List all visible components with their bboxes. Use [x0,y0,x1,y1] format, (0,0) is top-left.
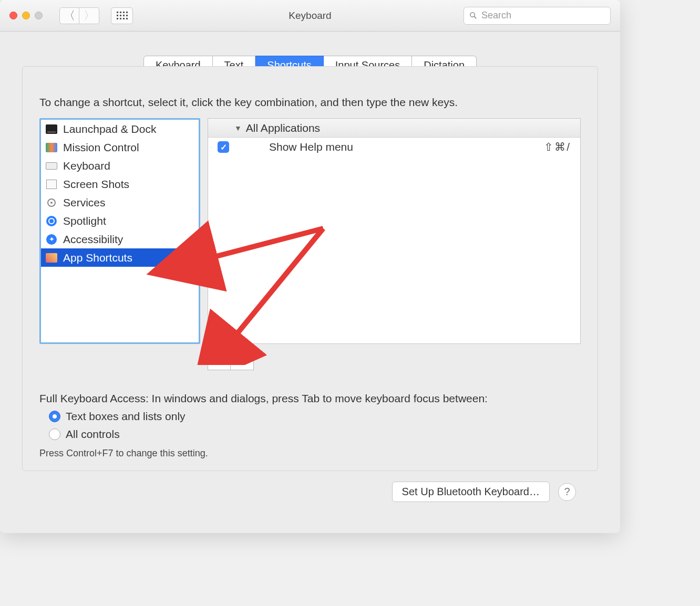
grid-icon [117,12,128,19]
back-button[interactable]: 〈 [59,7,79,24]
shortcuts-panel: To change a shortcut, select it, click t… [22,66,598,471]
category-keyboard[interactable]: Keyboard [41,156,199,175]
group-title: All Applications [246,122,320,134]
category-launchpad[interactable]: Launchpad & Dock [41,120,199,138]
category-label: Screen Shots [63,178,129,191]
instruction-text: To change a shortcut, select it, click t… [39,96,581,109]
category-list[interactable]: Launchpad & Dock Mission Control Keyboar… [39,118,200,344]
spotlight-icon [45,215,58,227]
content: Keyboard Text Shortcuts Input Sources Di… [0,32,620,518]
shortcut-detail: ▼ All Applications ✓ Show Help menu ⇧⌘/ [208,118,581,344]
shortcut-label: Show Help menu [238,141,536,153]
category-label: Mission Control [63,141,139,154]
gear-icon [45,196,58,209]
app-icon [45,252,58,264]
keyboard-icon [45,160,58,172]
full-keyboard-access-heading: Full Keyboard Access: In windows and dia… [39,392,581,405]
shortcut-checkbox[interactable]: ✓ [218,141,229,153]
category-label: Services [63,196,106,209]
footer: Set Up Bluetooth Keyboard… ? [22,471,598,502]
shortcut-keys[interactable]: ⇧⌘/ [544,141,571,153]
zoom-icon[interactable] [35,12,43,19]
forward-button[interactable]: 〉 [79,7,99,24]
launchpad-icon [45,123,58,135]
split-view: Launchpad & Dock Mission Control Keyboar… [39,118,581,344]
radio-icon[interactable] [49,411,60,422]
remove-shortcut-button[interactable]: – [231,351,254,370]
category-app-shortcuts[interactable]: App Shortcuts [41,248,199,267]
search-icon [469,12,477,19]
shortcut-group-header[interactable]: ▼ All Applications [208,119,580,138]
category-label: Spotlight [63,215,106,227]
category-label: Launchpad & Dock [63,123,156,135]
screenshot-icon [45,178,58,191]
shortcut-row[interactable]: ✓ Show Help menu ⇧⌘/ [208,138,580,156]
radio-label: All controls [66,428,120,441]
category-screenshots[interactable]: Screen Shots [41,175,199,193]
mission-control-icon [45,141,58,154]
nav-buttons: 〈 〉 [59,7,99,24]
radio-all-controls[interactable]: All controls [49,428,581,441]
category-spotlight[interactable]: Spotlight [41,212,199,230]
category-label: App Shortcuts [63,252,132,264]
bluetooth-keyboard-button[interactable]: Set Up Bluetooth Keyboard… [392,482,550,502]
show-all-button[interactable] [111,7,133,24]
category-services[interactable]: Services [41,193,199,212]
keyboard-access-hint: Press Control+F7 to change this setting. [39,448,581,459]
category-mission-control[interactable]: Mission Control [41,138,199,156]
chevron-right-icon: 〉 [84,8,95,24]
accessibility-icon [45,233,58,246]
disclosure-triangle-icon[interactable]: ▼ [234,124,242,132]
help-button[interactable]: ? [558,483,576,501]
svg-point-3 [50,202,53,204]
chevron-left-icon: 〈 [64,8,75,24]
window-controls [9,12,43,19]
close-icon[interactable] [9,12,17,19]
category-label: Keyboard [63,160,110,172]
titlebar: 〈 〉 Keyboard Search [0,0,620,32]
add-shortcut-button[interactable]: + [208,351,231,370]
category-accessibility[interactable]: Accessibility [41,230,199,248]
minimize-icon[interactable] [22,12,30,19]
svg-point-0 [470,13,475,17]
search-input[interactable]: Search [464,7,611,25]
radio-textboxes-lists[interactable]: Text boxes and lists only [49,410,581,423]
category-label: Accessibility [63,233,123,246]
preferences-window: 〈 〉 Keyboard Search Keyboard Text Shortc… [0,0,620,533]
radio-label: Text boxes and lists only [66,410,186,423]
add-remove-buttons: + – [208,351,581,370]
svg-line-1 [474,16,476,18]
radio-icon[interactable] [49,429,60,440]
search-placeholder: Search [481,10,511,21]
